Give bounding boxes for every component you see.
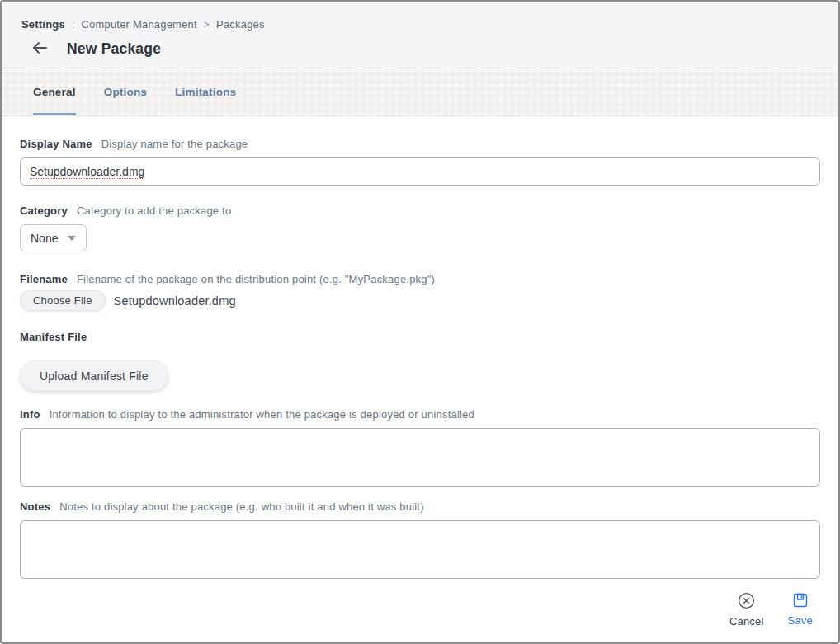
arrow-left-icon (31, 41, 48, 57)
category-field: Category Category to add the package to … (20, 204, 820, 251)
save-floppy-icon (792, 592, 809, 611)
back-button[interactable] (29, 40, 50, 58)
page-title: New Package (67, 40, 161, 58)
info-field: Info Information to display to the admin… (20, 408, 820, 487)
category-help: Category to add the package to (77, 204, 231, 217)
save-label: Save (788, 614, 813, 627)
filename-help: Filename of the package on the distribut… (77, 273, 435, 285)
manifest-file-field: Manifest File Upload Manifest File (20, 331, 820, 391)
cancel-label: Cancel (729, 615, 764, 628)
display-name-value: Setupdownloader.dmg (30, 165, 144, 178)
chosen-file-name: Setupdownloader.dmg (114, 294, 236, 308)
category-label: Category (20, 204, 68, 217)
display-name-input[interactable]: Setupdownloader.dmg (20, 157, 820, 186)
breadcrumb-packages[interactable]: Packages (216, 18, 265, 31)
filename-label: Filename (20, 273, 68, 285)
breadcrumb-settings[interactable]: Settings (21, 18, 65, 31)
notes-label: Notes (20, 501, 50, 513)
breadcrumb-separator: : (72, 19, 75, 31)
notes-field: Notes Notes to display about the package… (20, 501, 820, 579)
category-selected-value: None (31, 232, 58, 245)
upload-manifest-file-button[interactable]: Upload Manifest File (20, 360, 168, 391)
info-help: Information to display to the administra… (50, 408, 474, 421)
tab-bar: General Options Limitations (2, 68, 838, 116)
save-button[interactable]: Save (788, 592, 813, 628)
footer-actions: Cancel Save (729, 592, 813, 628)
cancel-button[interactable]: Cancel (729, 592, 764, 628)
tab-limitations[interactable]: Limitations (175, 68, 236, 115)
tab-options[interactable]: Options (104, 68, 147, 115)
chevron-down-icon (68, 236, 76, 241)
new-package-window: Settings : Computer Management > Package… (0, 0, 840, 644)
filename-field: Filename Filename of the package on the … (20, 273, 820, 311)
category-dropdown[interactable]: None (20, 224, 87, 251)
display-name-field: Display Name Display name for the packag… (20, 138, 820, 186)
breadcrumb-computer-management[interactable]: Computer Management (81, 18, 196, 31)
title-row: New Package (21, 40, 838, 58)
display-name-help: Display name for the package (101, 138, 248, 150)
display-name-label: Display Name (20, 138, 92, 150)
tab-general[interactable]: General (33, 68, 76, 115)
page-header: Settings : Computer Management > Package… (2, 2, 838, 68)
general-tab-panel: Display Name Display name for the packag… (2, 138, 838, 579)
breadcrumb: Settings : Computer Management > Package… (21, 18, 838, 31)
notes-textarea[interactable] (20, 520, 820, 579)
cancel-circle-x-icon (738, 592, 755, 612)
info-label: Info (20, 408, 40, 421)
notes-help: Notes to display about the package (e.g.… (59, 501, 424, 513)
manifest-file-label: Manifest File (20, 331, 87, 343)
choose-file-button[interactable]: Choose File (20, 290, 106, 311)
breadcrumb-separator: > (204, 19, 210, 31)
info-textarea[interactable] (20, 428, 820, 487)
